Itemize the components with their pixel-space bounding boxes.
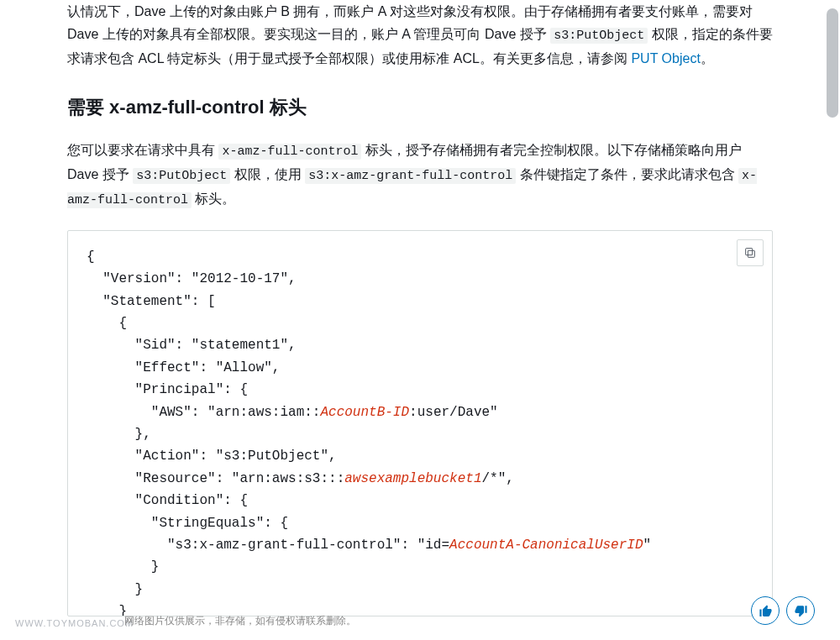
code-line: } <box>87 582 143 597</box>
code-block: { "Version": "2012-10-17", "Statement": … <box>67 230 773 616</box>
code-line: "Condition": { <box>87 493 248 508</box>
watermark-note: 网络图片仅供展示，非存储，如有侵权请联系删除。 <box>124 614 356 628</box>
intro-paragraph: 认情况下，Dave 上传的对象由账户 B 拥有，而账户 A 对这些对象没有权限。… <box>67 0 773 70</box>
description-paragraph: 您可以要求在请求中具有 x-amz-full-control 标头，授予存储桶拥… <box>67 139 773 212</box>
section-heading: 需要 x-amz-full-control 标头 <box>67 95 773 120</box>
inline-code: x-amz-full-control <box>218 144 361 160</box>
code-line: "Version": "2012-10-17", <box>87 271 297 286</box>
copy-icon <box>743 246 757 260</box>
inline-code: s3:x-amz-grant-full-control <box>305 168 516 184</box>
code-placeholder: AccountA-CanonicalUserID <box>449 538 643 553</box>
code-line: "s3:x-amz-grant-full-control": "id= <box>87 538 449 553</box>
thumbs-up-button[interactable] <box>751 596 780 625</box>
code-line: "AWS": "arn:aws:iam:: <box>87 405 320 420</box>
code-line: { <box>87 316 127 331</box>
svg-rect-1 <box>746 249 753 255</box>
feedback-buttons <box>751 596 815 625</box>
code-line: " <box>643 538 652 553</box>
watermark-text: WWW.TOYMOBAN.COM <box>15 618 134 628</box>
thumbs-down-button[interactable] <box>786 596 815 625</box>
put-object-link[interactable]: PUT Object <box>631 51 700 66</box>
code-line: } <box>87 604 127 616</box>
code-line: { <box>87 249 95 265</box>
code-placeholder: AccountB-ID <box>320 405 409 420</box>
inline-code: s3:PutObject <box>133 168 230 184</box>
document-content: 认情况下，Dave 上传的对象由账户 B 拥有，而账户 A 对这些对象没有权限。… <box>0 0 840 616</box>
thumbs-down-icon <box>794 604 808 618</box>
code-line: "Sid": "statement1", <box>87 338 297 353</box>
code-line: }, <box>87 427 151 442</box>
scrollbar-thumb[interactable] <box>827 8 838 118</box>
code-line: "Resource": "arn:aws:s3::: <box>87 471 344 486</box>
text-segment: 。 <box>701 51 714 66</box>
svg-rect-0 <box>748 250 754 257</box>
text-segment: 条件键指定了条件，要求此请求包含 <box>516 167 738 181</box>
text-segment: 权限，使用 <box>230 167 305 181</box>
code-line: :user/Dave" <box>409 405 498 420</box>
code-line: "Principal": { <box>87 382 248 397</box>
code-line: /*", <box>481 471 513 486</box>
copy-button[interactable] <box>737 239 764 266</box>
text-segment: 标头。 <box>192 191 235 206</box>
code-placeholder: awsexamplebucket1 <box>344 471 481 486</box>
code-line: "Statement": [ <box>87 294 216 309</box>
code-line: } <box>87 559 159 574</box>
code-line: "Action": "s3:PutObject", <box>87 449 337 464</box>
code-line: "StringEquals": { <box>87 516 288 531</box>
thumbs-up-icon <box>759 604 773 618</box>
inline-code: s3:PutObject <box>550 28 648 44</box>
code-content: { "Version": "2012-10-17", "Statement": … <box>87 246 753 616</box>
text-segment: 您可以要求在请求中具有 <box>67 143 218 157</box>
code-line: "Effect": "Allow", <box>87 360 280 375</box>
